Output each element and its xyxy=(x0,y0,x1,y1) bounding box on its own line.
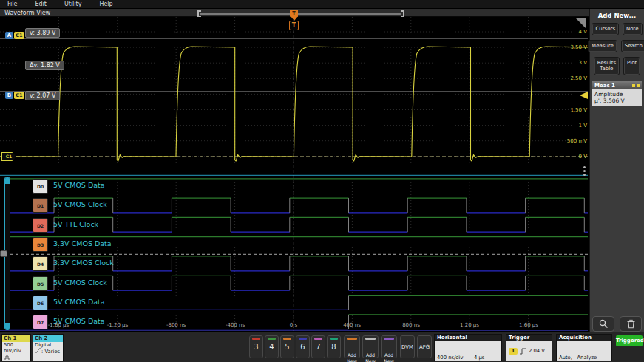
waveform-view: Waveform View T T A xyxy=(0,9,589,332)
d2-badge[interactable]: D2 xyxy=(33,218,48,233)
d7-badge[interactable]: D7 xyxy=(33,315,48,329)
pan-zoom-left-bracket[interactable] xyxy=(197,10,201,17)
trigger-title: Trigger xyxy=(506,335,552,341)
pan-zoom-bar[interactable]: T xyxy=(197,10,404,17)
time-tick: -1.60 µs xyxy=(48,322,69,328)
pan-zoom-track[interactable] xyxy=(200,13,401,15)
menu-help[interactable]: Help xyxy=(99,1,112,7)
waveform-view-title: Waveform View xyxy=(4,10,50,16)
scale-label-2v5: 2.50 V xyxy=(557,75,587,81)
ch1-badge[interactable]: Ch 1 500 mV/div 100 MHz xyxy=(1,334,31,361)
pan-zoom-right-bracket[interactable] xyxy=(401,10,404,17)
cursor-b-readout: v: 2.07 V xyxy=(25,91,60,100)
digital-position-handle[interactable] xyxy=(0,250,7,257)
channel-6-button[interactable]: 6 xyxy=(296,335,310,358)
trigger-flag[interactable]: T xyxy=(289,21,299,30)
cursor-a-source-badge[interactable]: C1 xyxy=(14,32,24,39)
channel-5-button[interactable]: 5 xyxy=(280,335,294,358)
d3-badge[interactable]: D3 xyxy=(33,237,48,252)
menu-edit[interactable]: Edit xyxy=(35,1,47,7)
trigger-level: 2.04 V xyxy=(529,348,545,355)
zoom-tool-button[interactable] xyxy=(592,316,614,332)
time-tick: 0 s xyxy=(290,322,297,328)
scale-label-0v: 0 V xyxy=(557,154,587,160)
d3-label: 3.3V CMOS Data xyxy=(53,239,112,247)
time-tick: 1.20 µs xyxy=(460,322,479,328)
magnifier-icon xyxy=(599,319,609,329)
trigger-level-arrow-icon[interactable] xyxy=(580,92,588,99)
splitter-dots-handle[interactable] xyxy=(583,165,586,177)
d4-label: 3.3V CMOS Clock xyxy=(53,259,114,267)
scale-label-1v5: 1.50 V xyxy=(557,107,587,113)
add-new-ref-button[interactable]: Add New Ref xyxy=(362,335,379,358)
time-tick: 400 ns xyxy=(343,322,361,328)
measure-button[interactable]: Measure xyxy=(588,40,617,52)
trigger-panel[interactable]: Trigger 1 2.04 V xyxy=(506,334,552,361)
scale-label-1v: 1 V xyxy=(557,123,587,129)
bottom-bar: Ch 1 500 mV/div 100 MHz Ch 2 Digital : V… xyxy=(0,332,644,362)
afg-button[interactable]: AFG xyxy=(417,335,432,358)
time-tick: -1.20 µs xyxy=(107,322,128,328)
d5-badge[interactable]: D5 xyxy=(33,276,48,291)
meas-status-icons xyxy=(632,84,640,87)
d1-label: 5V CMOS Clock xyxy=(53,200,107,208)
threshold-icon xyxy=(35,348,41,353)
time-tick: 800 ns xyxy=(402,322,420,328)
scale-label-4v: 4 V xyxy=(557,29,587,35)
ch2-badge[interactable]: Ch 2 Digital : Varies xyxy=(33,334,64,361)
channel-8-button[interactable]: 8 xyxy=(327,335,341,358)
time-tick: -800 ns xyxy=(166,322,186,328)
d2-label: 5V TTL Clock xyxy=(53,220,98,228)
time-tick: 1.60 µs xyxy=(519,322,538,328)
rising-edge-icon xyxy=(520,348,526,355)
ch1-name: Ch 1 xyxy=(2,335,30,342)
plot-button[interactable]: Plot xyxy=(623,57,640,76)
ch2-threshold: : Varies xyxy=(41,349,60,355)
cursor-b-source-badge[interactable]: C1 xyxy=(14,92,24,99)
cursors-button[interactable]: Cursors xyxy=(592,23,619,35)
channel-7-button[interactable]: 7 xyxy=(311,335,325,358)
dvm-button[interactable]: DVM xyxy=(400,335,415,358)
coupling-icon xyxy=(4,355,12,360)
ch1-scale: 500 mV/div xyxy=(4,342,29,355)
right-panel: Add New... Cursors Note Measure Search R… xyxy=(589,9,644,362)
d0-badge[interactable]: D0 xyxy=(33,179,48,194)
menu-utility[interactable]: Utility xyxy=(64,1,82,7)
d1-badge[interactable]: D1 xyxy=(33,198,48,213)
oscilloscope-screen: File Edit Utility Help Waveform View T xyxy=(0,0,644,362)
meas-type: Amplitude xyxy=(594,91,640,98)
acquisition-mode: Auto, Analyze xyxy=(559,355,609,361)
search-button[interactable]: Search xyxy=(621,40,644,52)
trash-icon xyxy=(626,319,636,329)
d6-label: 5V CMOS Data xyxy=(53,298,105,306)
acquisition-title: Acquisition xyxy=(557,335,611,341)
d4-badge[interactable]: D4 xyxy=(33,256,48,271)
add-new-math-button[interactable]: Add New Math xyxy=(344,335,360,358)
ch2-name: Ch 2 xyxy=(33,335,63,342)
acquisition-panel[interactable]: Acquisition Auto, Analyze High Res: 15 b… xyxy=(556,334,612,361)
cursor-b-badge[interactable]: B xyxy=(5,92,13,99)
cursor-delta-readout: Δv: 1.82 V xyxy=(25,61,64,70)
resize-corner-icon[interactable] xyxy=(576,18,586,28)
add-new-title: Add New... xyxy=(590,12,644,19)
ch2-mode: Digital xyxy=(35,342,61,348)
menu-file[interactable]: File xyxy=(7,1,17,7)
d0-label: 5V CMOS Data xyxy=(53,181,105,189)
cursor-a-readout: v: 3.89 V xyxy=(25,28,60,38)
note-button[interactable]: Note xyxy=(623,23,643,35)
d6-badge[interactable]: D6 xyxy=(33,296,48,310)
scale-label-3v5: 3.50 V xyxy=(557,44,587,50)
d5-label: 5V CMOS Clock xyxy=(53,279,107,287)
meas-value: µ': 3.506 V xyxy=(594,98,640,104)
results-table-button[interactable]: Results Table xyxy=(594,57,620,76)
add-new-bus-button[interactable]: Add New Bus xyxy=(381,335,397,358)
channel-3-button[interactable]: 3 xyxy=(249,335,263,358)
scale-label-3v: 3 V xyxy=(557,60,587,66)
measurement-badge[interactable]: Meas 1 Amplitude µ': 3.506 V xyxy=(592,81,642,106)
horizontal-panel[interactable]: Horizontal 400 ns/div4 µs SR: 250 MS/s4 … xyxy=(434,334,502,361)
delete-tool-button[interactable] xyxy=(620,316,642,332)
horizontal-title: Horizontal xyxy=(435,335,501,341)
channel-4-button[interactable]: 4 xyxy=(265,335,279,358)
menu-bar: File Edit Utility Help xyxy=(0,0,644,9)
cursor-a-badge[interactable]: A xyxy=(5,32,13,39)
